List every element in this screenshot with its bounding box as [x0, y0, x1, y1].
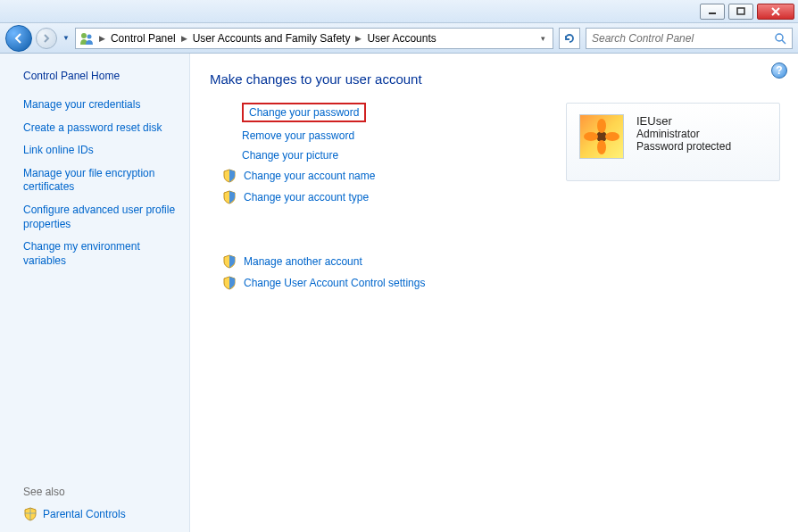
breadcrumb-label: User Accounts [367, 32, 436, 45]
shield-icon [222, 254, 237, 269]
action-label: Change your account name [244, 170, 375, 182]
sidebar-item-env-vars[interactable]: Change my environment variables [23, 240, 179, 268]
user-name: IEUser [636, 114, 731, 128]
action-change-type[interactable]: Change your account type [222, 190, 425, 204]
arrow-left-icon [12, 32, 25, 45]
shield-icon [222, 190, 237, 204]
sidebar-item-label: Parental Controls [43, 508, 126, 520]
refresh-icon [563, 32, 576, 45]
action-label: Change your account type [244, 191, 369, 204]
shield-icon [222, 276, 237, 290]
window-titlebar [0, 0, 798, 23]
sidebar-item-password-reset[interactable]: Create a password reset disk [23, 121, 179, 136]
svg-rect-1 [737, 8, 744, 14]
sidebar-item-credentials[interactable]: Manage your credentials [23, 98, 179, 112]
address-bar[interactable]: ▶Control Panel ▶User Accounts and Family… [75, 28, 553, 49]
address-dropdown-icon[interactable]: ▾ [541, 34, 545, 43]
action-label: Change your picture [242, 149, 338, 162]
arrow-right-icon [42, 34, 51, 43]
user-account-card: IEUser Administrator Password protected [566, 103, 780, 181]
sidebar-item-encryption-certs[interactable]: Manage your file encryption certificates [23, 167, 179, 195]
svg-point-8 [597, 140, 606, 154]
sidebar-home-link[interactable]: Control Panel Home [23, 70, 179, 82]
svg-rect-0 [709, 12, 716, 14]
chevron-right-icon: ▶ [181, 34, 187, 43]
action-label: Change User Account Control settings [244, 277, 425, 289]
shield-icon [222, 169, 237, 183]
see-also-label: See also [23, 486, 179, 498]
svg-point-4 [776, 34, 783, 41]
forward-button[interactable] [36, 28, 57, 49]
action-remove-password[interactable]: Remove your password [242, 129, 425, 142]
svg-point-9 [584, 132, 598, 141]
chevron-right-icon: ▶ [355, 34, 362, 43]
history-dropdown-icon[interactable]: ▼ [62, 34, 70, 42]
users-icon [79, 31, 94, 46]
svg-point-2 [81, 33, 87, 38]
user-role: Administrator [636, 128, 731, 140]
sidebar-item-profile-properties[interactable]: Configure advanced user profile properti… [23, 204, 179, 231]
help-icon: ? [776, 64, 782, 77]
search-icon [774, 32, 786, 45]
page-heading: Make changes to your user account [210, 71, 780, 87]
actions-list: Change your password Remove your passwor… [210, 103, 425, 290]
chevron-right-icon: ▶ [99, 34, 105, 43]
svg-point-6 [597, 119, 606, 133]
action-change-password[interactable]: Change your password [242, 103, 425, 122]
help-button[interactable]: ? [771, 62, 787, 79]
sidebar-item-online-ids[interactable]: Link online IDs [23, 144, 179, 158]
action-label: Change your password [242, 103, 366, 122]
back-button[interactable] [5, 25, 32, 52]
action-label: Manage another account [244, 255, 362, 268]
action-label: Remove your password [242, 129, 354, 142]
search-placeholder: Search Control Panel [592, 32, 694, 45]
window-minimize-button[interactable] [700, 4, 725, 20]
main-panel: ? Make changes to your user account Chan… [190, 54, 798, 532]
navigation-bar: ▼ ▶Control Panel ▶User Accounts and Fami… [0, 23, 798, 54]
flower-icon [584, 119, 619, 154]
user-picture [579, 114, 624, 159]
sidebar-item-parental-controls[interactable]: Parental Controls [23, 507, 179, 521]
breadcrumb-label: Control Panel [111, 32, 176, 45]
breadcrumb-item[interactable]: ▶User Accounts [355, 32, 436, 45]
svg-point-3 [87, 34, 91, 38]
sidebar: Control Panel Home Manage your credentia… [0, 54, 190, 532]
breadcrumb-item[interactable]: ▶Control Panel [99, 32, 176, 45]
shield-icon [23, 507, 37, 521]
window-maximize-button[interactable] [728, 4, 753, 20]
action-uac-settings[interactable]: Change User Account Control settings [222, 276, 425, 290]
action-change-name[interactable]: Change your account name [222, 169, 425, 183]
user-status: Password protected [636, 140, 731, 153]
refresh-button[interactable] [559, 28, 580, 49]
window-close-button[interactable] [757, 4, 794, 20]
action-manage-another[interactable]: Manage another account [222, 254, 425, 269]
content-area: Control Panel Home Manage your credentia… [0, 54, 798, 532]
svg-point-7 [605, 132, 619, 141]
search-input[interactable]: Search Control Panel [586, 28, 793, 49]
breadcrumb-item[interactable]: ▶User Accounts and Family Safety [181, 32, 351, 45]
breadcrumb-label: User Accounts and Family Safety [193, 32, 351, 45]
action-change-picture[interactable]: Change your picture [242, 149, 425, 162]
